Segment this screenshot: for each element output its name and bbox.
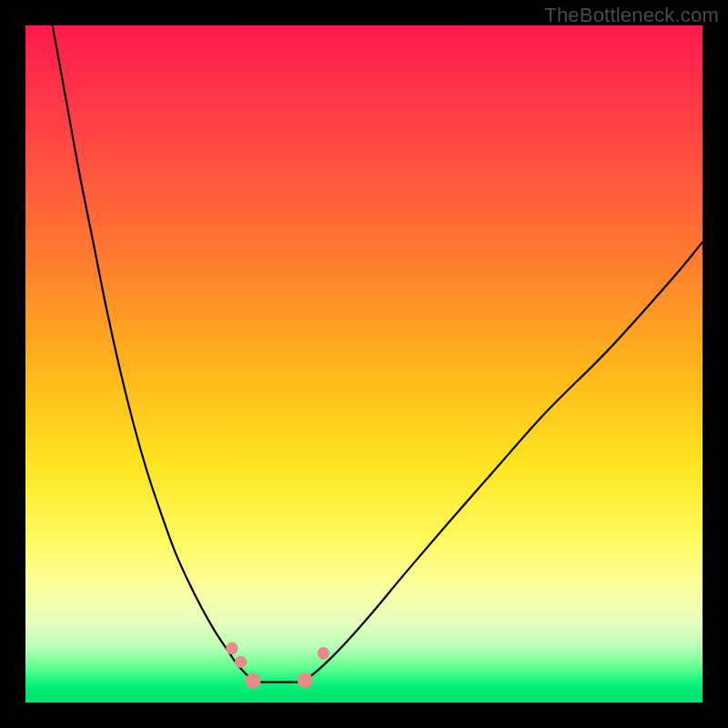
series-right-curve [303,242,703,682]
watermark-text: TheBottleneck.com [544,4,719,27]
chart-stage: TheBottleneck.com [0,0,728,728]
marker-circle-7 [318,647,329,659]
curve-group [53,25,703,682]
marker-circle-0 [226,642,238,654]
plot-area [25,25,703,703]
marker-circle-3 [245,673,260,689]
curves-svg [25,25,703,703]
marker-circle-1 [235,656,247,668]
series-left-curve [53,25,256,682]
